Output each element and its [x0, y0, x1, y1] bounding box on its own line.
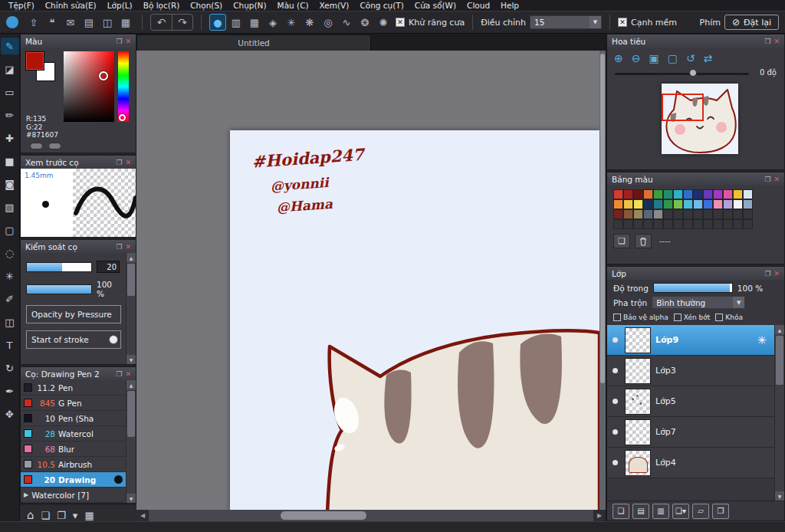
pattern-icon[interactable]: ◈	[264, 14, 281, 31]
select-eraser-tool[interactable]: ◫	[1, 314, 19, 330]
undo-button[interactable]: ↶	[151, 15, 172, 30]
canvas-vertical-scrollbar[interactable]	[599, 51, 606, 510]
brush-item[interactable]: 10.5Airbrush	[21, 457, 126, 472]
dot-pen-tool[interactable]: ✏	[1, 107, 19, 123]
menubar-item[interactable]: Cửa sổ(W)	[409, 1, 461, 10]
layer-list-scrollbar[interactable]: ▲ ▼	[774, 325, 784, 501]
palette-swatch[interactable]	[653, 219, 663, 229]
layer-visibility-dot[interactable]	[613, 399, 618, 404]
reset-keys-button[interactable]: ⊘ Đặt lại	[724, 15, 779, 30]
palette-swatch[interactable]	[653, 199, 663, 209]
scroll-up-icon[interactable]: ▲	[126, 253, 136, 262]
scrollbar-thumb[interactable]	[600, 54, 605, 383]
menubar-item[interactable]: Cloud	[461, 1, 495, 10]
settings-icon[interactable]: ✺	[375, 14, 392, 31]
layer-row[interactable]: Lớp4	[607, 448, 774, 478]
gradient-tool[interactable]: ▨	[1, 199, 19, 215]
viewport-indicator-rect[interactable]	[662, 94, 704, 121]
scrollbar-thumb[interactable]	[127, 391, 135, 437]
layer-row[interactable]: Lớp5	[607, 386, 774, 417]
gallery-icon[interactable]: ▦	[84, 510, 94, 521]
brush-gradient-icon[interactable]: ▥	[228, 14, 245, 31]
scroll-left-icon[interactable]: ◀	[136, 510, 149, 521]
close-icon[interactable]: ✕	[125, 38, 131, 45]
rotate-view-tool[interactable]: ↻	[1, 360, 19, 376]
home-icon[interactable]: ⌂	[27, 508, 34, 522]
palette-swatch[interactable]	[683, 209, 693, 219]
palette-swatch[interactable]	[643, 209, 653, 219]
layer-option-checkbox[interactable]: Khóa	[715, 314, 743, 321]
eraser-tool[interactable]: ◪	[1, 61, 19, 77]
canvas-options-icon[interactable]: ▾	[73, 510, 78, 521]
menubar-item[interactable]: Chỉnh sửa(E)	[40, 1, 102, 10]
palette-swatch[interactable]	[703, 209, 713, 219]
pan-tool[interactable]: ✥	[1, 406, 19, 422]
target-icon[interactable]: ◎	[320, 14, 337, 31]
palette-swatch[interactable]	[693, 189, 703, 199]
antialias-checkbox[interactable]: ✕	[396, 18, 405, 27]
checkbox-icon[interactable]	[674, 314, 682, 321]
message-icon[interactable]: ✉	[62, 14, 79, 31]
add-color-icon[interactable]: ❏	[613, 234, 630, 248]
eyedropper-tool[interactable]: ✒	[1, 383, 19, 399]
palette-swatch[interactable]	[743, 199, 753, 209]
document-tab[interactable]: Untitled	[136, 34, 371, 51]
color-history-button-2[interactable]	[48, 143, 61, 149]
popout-icon[interactable]: ❐	[116, 38, 122, 45]
brush-item[interactable]: 28Watercol	[21, 426, 126, 442]
brush-item[interactable]: 68Blur	[21, 442, 126, 457]
layer-row[interactable]: Lớp7	[607, 417, 774, 448]
palette-swatch[interactable]	[663, 189, 673, 199]
menubar-item[interactable]: Chọn(S)	[185, 1, 228, 10]
comment-icon[interactable]: ❝	[44, 14, 61, 31]
chevron-down-icon[interactable]: ▼	[590, 16, 601, 28]
correction-dropdown[interactable]: 15 ▼	[530, 15, 602, 29]
palette-swatch[interactable]	[633, 189, 643, 199]
palette-swatch[interactable]	[693, 199, 703, 209]
canvas-paper[interactable]: #Hoidap247 @yonnii @Hama	[230, 130, 599, 510]
palette-swatch[interactable]	[643, 219, 653, 229]
layer-settings-gear-icon[interactable]: ✳	[757, 333, 767, 347]
close-icon[interactable]: ✕	[125, 370, 131, 378]
layer-visibility-dot[interactable]	[613, 337, 618, 343]
rectangle-tool[interactable]: ▭	[1, 84, 19, 100]
gear-icon[interactable]: ❂	[356, 14, 373, 31]
canvas-viewport[interactable]: #Hoidap247 @yonnii @Hama	[136, 51, 606, 510]
trash-icon[interactable]	[635, 234, 652, 248]
brush-tool[interactable]: ✎	[1, 38, 19, 54]
palette-swatch[interactable]	[623, 189, 633, 199]
hue-slider[interactable]	[118, 51, 129, 122]
palette-swatch[interactable]	[693, 209, 703, 219]
scrollbar-thumb[interactable]	[281, 511, 366, 520]
magic-wand-tool[interactable]: ✳	[1, 268, 19, 284]
palette-swatch[interactable]	[683, 219, 693, 229]
scrollbar-thumb[interactable]	[776, 336, 783, 385]
palette-swatch[interactable]	[733, 219, 743, 229]
palette-swatch[interactable]	[743, 209, 753, 219]
menubar-item[interactable]: Công cụ(T)	[354, 1, 409, 10]
layer-row[interactable]: Lớp9✳	[607, 325, 774, 356]
layer-visibility-dot[interactable]	[613, 460, 618, 465]
export-icon[interactable]: ⇧	[25, 14, 42, 31]
document-icon[interactable]: ▤	[80, 14, 97, 31]
slider-track[interactable]	[615, 73, 749, 75]
brush-item[interactable]: 845G Pen	[21, 396, 126, 411]
brush-width-slider[interactable]	[26, 262, 92, 272]
fit-window-icon[interactable]: ▣	[649, 52, 659, 64]
canvas-horizontal-scrollbar[interactable]: ◀ ▶	[136, 510, 606, 521]
scroll-down-icon[interactable]: ▼	[126, 494, 136, 503]
palette-swatch[interactable]	[703, 189, 713, 199]
palette-swatch[interactable]	[723, 199, 733, 209]
palette-swatch[interactable]	[733, 199, 743, 209]
scatter-icon[interactable]: ✳	[283, 14, 300, 31]
redo-button[interactable]: ↷	[172, 15, 192, 30]
brush-folder[interactable]: ▶Watercolor [7]	[21, 488, 126, 503]
slider-knob[interactable]	[689, 69, 697, 77]
brush-item[interactable]: 20Drawing	[21, 472, 126, 488]
checkbox-icon[interactable]	[613, 314, 621, 321]
palette-swatch[interactable]	[673, 199, 683, 209]
bucket-tool[interactable]: ◙	[1, 176, 19, 192]
brush-control-scrollbar[interactable]: ▲ ▼	[126, 253, 136, 364]
palette-swatch[interactable]	[673, 189, 683, 199]
palette-swatch[interactable]	[613, 219, 623, 229]
